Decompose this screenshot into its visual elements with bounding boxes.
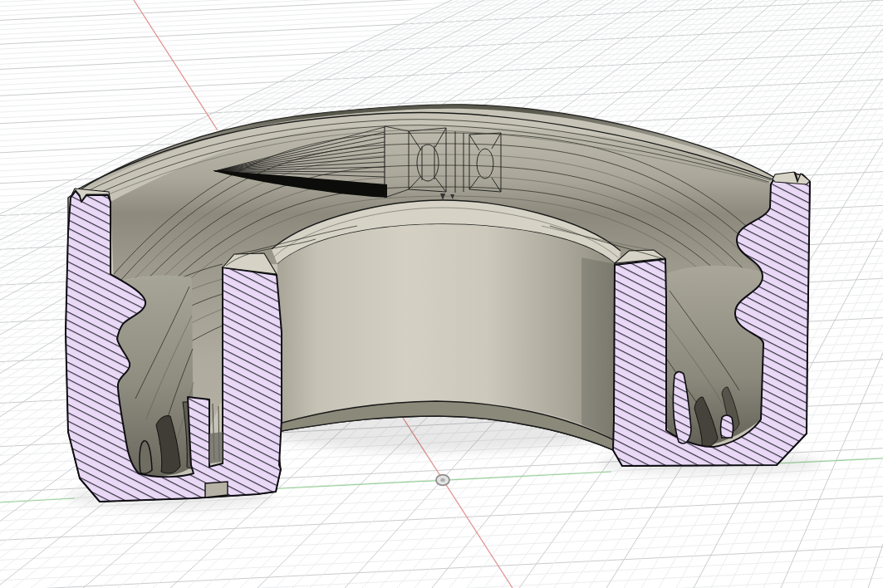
bottom-tab[interactable] — [205, 482, 228, 497]
origin-indicator[interactable] — [436, 475, 449, 486]
bore-face-right-shade — [581, 257, 617, 442]
cad-viewport[interactable] — [0, 0, 883, 588]
section-nub-right[interactable] — [721, 415, 733, 438]
model-canvas[interactable] — [0, 0, 883, 588]
